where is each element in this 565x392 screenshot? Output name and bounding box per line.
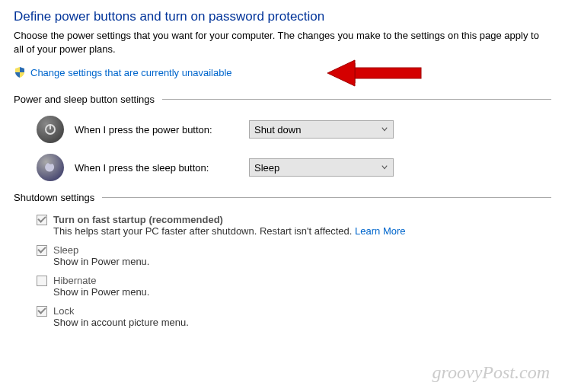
- checkbox-label: Sleep: [53, 244, 78, 256]
- checkbox[interactable]: [37, 306, 47, 317]
- section-header-shutdown: Shutdown settings: [14, 192, 551, 203]
- shutdown-item: SleepShow in Power menu.: [37, 244, 551, 267]
- shield-icon: [14, 66, 26, 78]
- sleep-button-row: When I press the sleep button: Sleep: [37, 154, 551, 181]
- checkbox-description: Show in Power menu.: [53, 286, 551, 298]
- checkbox-label: Lock: [53, 305, 74, 317]
- watermark: groovyPost.com: [433, 362, 550, 383]
- checkbox-label: Turn on fast startup (recommended): [53, 214, 223, 225]
- checkbox[interactable]: [37, 276, 47, 286]
- power-button-select[interactable]: Shut down: [249, 120, 394, 139]
- checkbox[interactable]: [37, 215, 47, 225]
- divider: [102, 197, 551, 198]
- page-title: Define power buttons and turn on passwor…: [14, 9, 551, 24]
- sleep-button-select[interactable]: Sleep: [249, 158, 394, 177]
- sleep-button-label: When I press the sleep button:: [75, 162, 238, 174]
- checkbox-label: Hibernate: [53, 275, 96, 286]
- intro-text: Choose the power settings that you want …: [14, 29, 551, 56]
- svg-rect-0: [355, 68, 421, 78]
- shutdown-item: Turn on fast startup (recommended)This h…: [37, 214, 551, 237]
- power-button-row: When I press the power button: Shut down: [37, 116, 551, 143]
- section-header-label: Power and sleep button settings: [14, 94, 155, 105]
- power-button-label: When I press the power button:: [75, 124, 238, 135]
- shutdown-item: HibernateShow in Power menu.: [37, 275, 551, 298]
- learn-more-link[interactable]: Learn More: [355, 225, 405, 237]
- power-icon: [37, 116, 64, 143]
- shutdown-item: LockShow in account picture menu.: [37, 305, 551, 328]
- checkbox[interactable]: [37, 245, 47, 256]
- annotation-arrow-icon: [326, 57, 425, 91]
- checkbox-description: Show in Power menu.: [53, 256, 551, 267]
- change-settings-link[interactable]: Change settings that are currently unava…: [30, 67, 232, 78]
- sleep-icon: [37, 154, 64, 181]
- divider: [162, 99, 551, 100]
- change-settings-row: Change settings that are currently unava…: [14, 66, 551, 78]
- section-header-power-sleep: Power and sleep button settings: [14, 94, 551, 105]
- checkbox-description: This helps start your PC faster after sh…: [53, 225, 551, 237]
- checkbox-description: Show in account picture menu.: [53, 317, 551, 328]
- section-header-label: Shutdown settings: [14, 192, 94, 203]
